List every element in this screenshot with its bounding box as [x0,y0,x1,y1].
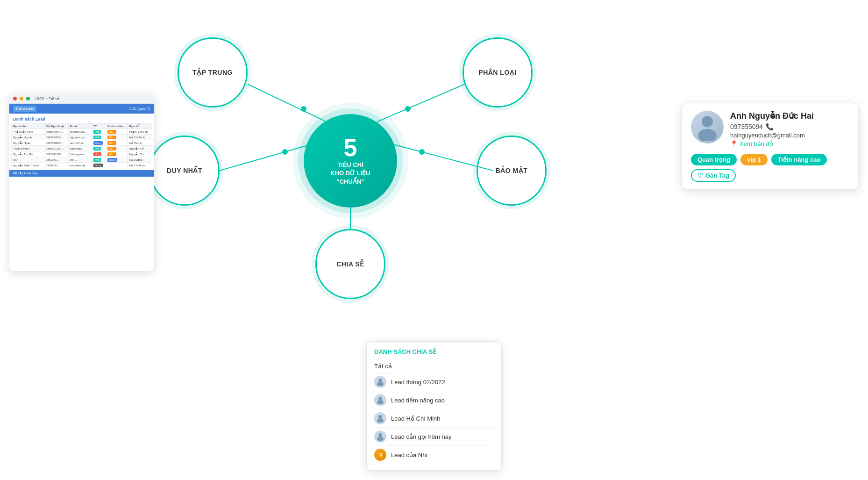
diagram-area: 5 TIÊU CHÍ KHO DỮ LIỆU "CHUẨN" TẬP TRUNG… [140,9,561,327]
contact-phone: 097355094 📞 [730,123,814,130]
dot-red [13,97,17,100]
ss-count: 1-30 (Lọc: 7) [129,107,150,111]
share-list-panel: DANH SÁCH CHIA SẺ Tất cả Lead tháng 02/2… [366,341,502,471]
svg-point-18 [378,433,382,437]
contact-card: Anh Nguyễn Đức Hai 097355094 📞 hainguyen… [681,103,859,190]
svg-point-19 [377,437,384,441]
tag-gan-tag[interactable]: ♡ Gán Tag [691,169,736,182]
table-row: Trương Phúc 0886901180... robbangs... Mớ… [12,146,152,151]
svg-point-13 [377,382,384,386]
table-row: Nguyễn Ngọc 0987140028... annh@hai... Đa… [12,140,152,146]
share-all-item: Tất cả [374,360,494,373]
tag-tiem-nang[interactable]: Tiềm năng cao [771,154,827,165]
svg-point-7 [282,149,288,155]
screenshot-header: LEAD > Tất cả [9,93,154,104]
avatar [374,376,386,388]
list-item: N Lead của Nhi [374,446,494,464]
contact-location: 📍 Xem bản đồ [730,140,814,147]
table-row: Nguyễn Tuấn Thành 0318956... tuanthanh@.… [12,163,152,168]
table-row: Han 0861081... ybn... Mới Đang Hà Dương [12,157,152,163]
col-location: Địa chỉ [128,123,152,129]
ss-table: Họ và tên Số điện thoại Email TT Nhóm ch… [11,123,152,168]
list-item: Lead tháng 02/2022 [374,373,494,391]
screenshot-content: Danh sách Lead Họ và tên Số điện thoại E… [9,114,154,170]
svg-point-10 [702,116,713,127]
svg-point-16 [378,415,382,419]
list-item: Lead tiềm năng cao [374,391,494,409]
svg-point-5 [301,106,306,112]
heart-icon: ♡ [697,172,703,179]
avatar [374,394,386,406]
list-item: Lead cần gọi hôm nay [374,428,494,446]
table-row: Nguyễn Thị Mai 0835041083... thienquyen.… [12,151,152,157]
col-email: Email [68,123,92,129]
screenshot-tab-label: LEAD > Tất cả [35,96,59,100]
svg-point-11 [698,129,717,141]
contact-info: Anh Nguyễn Đức Hai 097355094 📞 hainguyen… [730,111,814,147]
center-circle: 5 TIÊU CHÍ KHO DỮ LIỆU "CHUẨN" [304,114,397,208]
svg-point-6 [405,106,411,112]
contact-email: hainguyenducit@gmail.com [730,132,814,139]
avatar [691,111,724,143]
col-phone: Số điện thoại [44,123,68,129]
svg-point-8 [419,149,425,155]
svg-point-15 [377,400,384,404]
svg-point-17 [377,418,384,423]
table-row: Thế Quốc Tùng 0985520040... slg.thequoc.… [12,129,152,135]
svg-point-14 [378,397,382,401]
col-status: TT [92,123,106,129]
avatar [374,412,386,424]
share-list-title: DANH SÁCH CHIA SẺ [374,348,494,355]
dot-yellow [20,97,23,100]
location-icon: 📍 [730,140,738,147]
center-label: TIÊU CHÍ KHO DỮ LIỆU "CHUẨN" [330,161,370,186]
contact-header: Anh Nguyễn Đức Hai 097355094 📞 hainguyen… [691,111,849,147]
avatar [374,430,386,443]
ss-btn-them-lead[interactable]: Thêm Lead [13,106,36,112]
contact-tags: Quan trọng vip 1 Tiềm năng cao ♡ Gán Tag [691,154,849,182]
avatar-nhi: N [374,449,386,461]
phone-icon: 📞 [766,123,774,130]
contact-name: Anh Nguyễn Đức Hai [730,111,814,121]
screenshot-topbar: Thêm Lead 1-30 (Lọc: 7) [9,104,154,114]
dot-green [26,97,30,100]
tag-vip1[interactable]: vip 1 [740,154,768,165]
list-item: Lead Hồ Chí Minh [374,409,494,428]
col-name: Họ và tên [12,123,44,129]
center-number: 5 [344,136,357,160]
ss-footer: Tất cả | Hôm nay [9,170,154,177]
svg-point-12 [378,379,382,382]
col-group: Nhóm chăm [106,123,128,129]
screenshot-panel: LEAD > Tất cả Thêm Lead 1-30 (Lọc: 7) Da… [9,93,154,271]
table-row: Nguyễn Huynh 0985920034... nguyenhuyn...… [12,135,152,140]
ss-title: Danh sách Lead [11,115,152,123]
tag-quan-trong[interactable]: Quan trọng [691,154,737,165]
